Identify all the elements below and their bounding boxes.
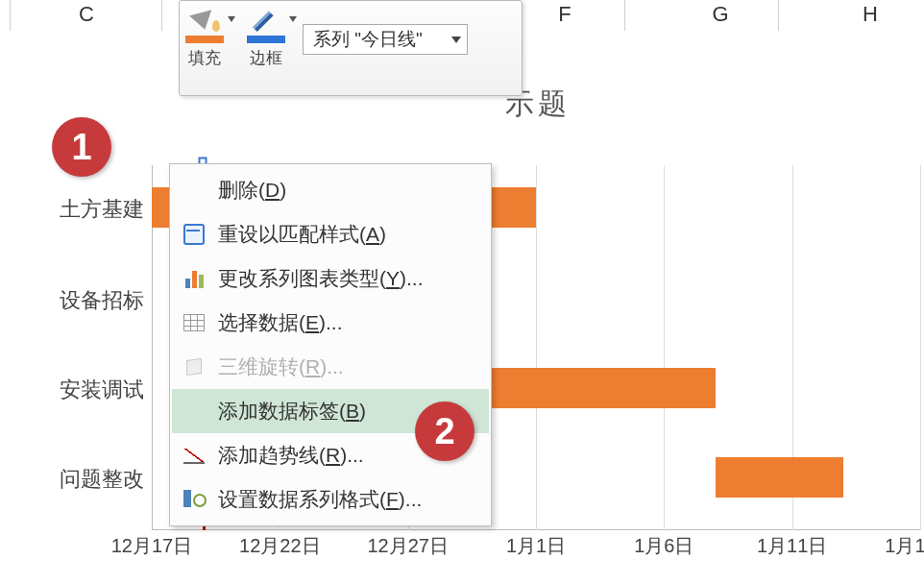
outline-pen-icon: [245, 7, 287, 45]
menu-item-label: 更改系列图表类型(Y)...: [218, 265, 424, 292]
blank-icon: [178, 176, 210, 205]
menu-item-change-type[interactable]: 更改系列图表类型(Y)...: [172, 256, 489, 301]
fill-label: 填充: [188, 47, 221, 69]
chevron-down-icon: [451, 36, 461, 43]
x-axis-tick: 12月17日: [111, 533, 193, 559]
dropdown-arrow-icon[interactable]: [289, 16, 297, 22]
gridline: [664, 165, 665, 530]
column-divider: [778, 0, 779, 31]
category-label: 安装调试: [0, 376, 144, 404]
blank-icon: [178, 397, 210, 426]
gantt-bar[interactable]: [485, 368, 716, 408]
menu-item-rotate-3d: 三维旋转(R)...: [172, 345, 489, 389]
series-selector-value: 系列 "今日线": [313, 27, 423, 52]
grid-icon: [178, 308, 210, 337]
menu-item-label: 设置数据系列格式(F)...: [218, 486, 422, 513]
outline-color-button[interactable]: 边框: [241, 1, 291, 69]
x-axis-tick: 1月1日: [506, 533, 566, 559]
menu-item-select-data[interactable]: 选择数据(E)...: [172, 301, 489, 345]
gridline: [536, 165, 537, 530]
gridline: [920, 165, 921, 530]
menu-item-label: 删除(D): [218, 177, 286, 204]
x-axis-tick: 12月22日: [239, 533, 321, 559]
reset-icon: [178, 220, 210, 249]
category-label: 土方基建: [0, 195, 144, 224]
menu-item-label: 添加数据标签(B): [218, 398, 366, 425]
column-header[interactable]: F: [546, 2, 584, 27]
menu-item-label: 三维旋转(R)...: [218, 353, 344, 380]
menu-item-format[interactable]: 设置数据系列格式(F)...: [172, 477, 489, 522]
outline-label: 边框: [250, 47, 282, 69]
x-axis-tick: 1月16日: [885, 533, 924, 559]
menu-item-reset[interactable]: 重设以匹配样式(A): [172, 212, 489, 256]
x-axis-tick: 1月6日: [634, 533, 693, 559]
cube-icon: [178, 353, 210, 381]
mini-toolbar: 填充 边框 系列 "今日线": [179, 0, 523, 96]
format-icon: [178, 485, 210, 514]
fill-color-button[interactable]: 填充: [180, 1, 230, 69]
x-axis-tick: 12月27日: [367, 533, 449, 559]
menu-item-label: 添加趋势线(R)...: [218, 442, 364, 469]
annotation-callout: 1: [52, 117, 111, 177]
annotation-callout: 2: [415, 402, 474, 461]
column-divider: [161, 0, 162, 31]
menu-item-label: 选择数据(E)...: [218, 309, 343, 336]
column-divider: [624, 0, 625, 31]
context-menu: 删除(D)重设以匹配样式(A)更改系列图表类型(Y)...选择数据(E)...三…: [169, 163, 492, 526]
trend-icon: [178, 441, 210, 470]
column-header[interactable]: G: [701, 2, 740, 27]
column-header[interactable]: H: [851, 2, 889, 27]
fill-bucket-icon: [183, 7, 226, 45]
column-divider: [10, 0, 11, 31]
category-label: 问题整改: [0, 465, 144, 494]
dropdown-arrow-icon[interactable]: [228, 16, 235, 22]
menu-item-delete[interactable]: 删除(D): [172, 168, 489, 212]
series-selector-dropdown[interactable]: 系列 "今日线": [303, 24, 468, 55]
menu-item-label: 重设以匹配样式(A): [218, 221, 386, 248]
chart-icon: [178, 264, 210, 293]
category-label: 设备招标: [0, 286, 144, 315]
column-header[interactable]: C: [67, 2, 106, 27]
gantt-bar[interactable]: [716, 457, 843, 498]
x-axis-tick: 1月11日: [757, 533, 827, 559]
